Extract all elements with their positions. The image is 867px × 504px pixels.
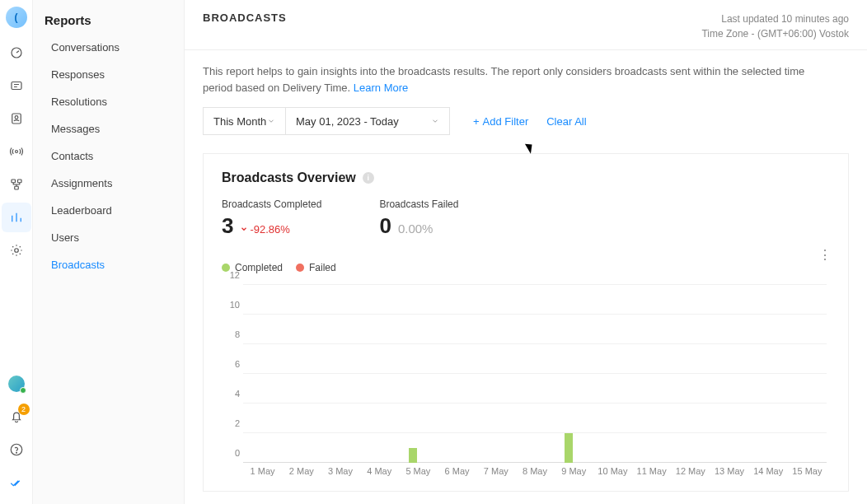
inbox-icon[interactable] — [2, 71, 31, 100]
last-updated: Last updated 10 minutes ago — [701, 12, 849, 26]
sidebar-item-broadcasts[interactable]: Broadcasts — [33, 251, 184, 278]
sidebar-item-contacts[interactable]: Contacts — [33, 142, 184, 170]
chevron-down-icon — [240, 225, 248, 233]
y-tick: 2 — [225, 418, 240, 428]
info-icon[interactable]: i — [363, 172, 374, 184]
kpi-completed-value: 3 — [222, 213, 233, 239]
kpi-completed: Broadcasts Completed 3 -92.86% — [222, 198, 321, 239]
timezone: Time Zone - (GMT+06:00) Vostok — [701, 26, 849, 41]
clear-all-button[interactable]: Clear All — [546, 115, 586, 128]
date-range-select[interactable]: May 01, 2023 - Today — [285, 107, 450, 135]
topbar: BROADCASTS Last updated 10 minutes ago T… — [185, 0, 867, 50]
sidebar-item-messages[interactable]: Messages — [33, 115, 184, 142]
svg-point-3 — [15, 116, 18, 119]
kpi-failed: Broadcasts Failed 0 0.00% — [379, 198, 458, 239]
card-title: Broadcasts Overview — [222, 170, 356, 185]
contacts-icon[interactable] — [2, 104, 31, 133]
reports-sidebar: Reports ConversationsResponsesResolution… — [33, 0, 185, 504]
dashboard-icon[interactable] — [2, 38, 31, 68]
reports-icon[interactable] — [2, 203, 31, 232]
x-tick: 14 May — [753, 466, 783, 476]
broadcast-icon[interactable] — [2, 137, 31, 166]
sidebar-item-resolutions[interactable]: Resolutions — [33, 88, 184, 115]
sidebar-item-assignments[interactable]: Assignments — [33, 170, 184, 197]
x-tick: 10 May — [598, 466, 627, 476]
chevron-down-icon — [431, 117, 439, 125]
sidebar-item-leaderboard[interactable]: Leaderboard — [33, 197, 184, 224]
plus-icon: + — [473, 115, 480, 128]
kpi-failed-label: Broadcasts Failed — [379, 198, 458, 210]
kpi-completed-delta: -92.86% — [240, 223, 289, 236]
period-select[interactable]: This Month — [203, 107, 285, 135]
svg-rect-5 — [12, 180, 16, 183]
bar-completed — [409, 448, 417, 463]
svg-point-8 — [14, 249, 18, 253]
learn-more-link[interactable]: Learn More — [354, 82, 408, 94]
svg-rect-7 — [14, 186, 18, 189]
x-tick: 12 May — [676, 466, 705, 476]
svg-rect-1 — [12, 82, 21, 90]
x-tick: 11 May — [637, 466, 667, 476]
sidebar-item-conversations[interactable]: Conversations — [33, 34, 184, 61]
sidebar-item-responses[interactable]: Responses — [33, 61, 184, 88]
x-tick: 1 May — [251, 466, 275, 476]
broadcasts-chart: 024681012 1 May2 May3 May4 May5 May6 May… — [222, 282, 830, 479]
y-tick: 6 — [225, 359, 240, 369]
help-icon[interactable] — [2, 435, 31, 464]
user-presence-avatar[interactable] — [2, 369, 31, 399]
x-tick: 13 May — [715, 466, 744, 476]
y-tick: 0 — [225, 448, 240, 458]
y-tick: 8 — [225, 329, 240, 339]
svg-point-4 — [15, 151, 17, 153]
svg-point-10 — [16, 452, 16, 453]
sidebar-item-users[interactable]: Users — [33, 224, 184, 251]
x-tick: 6 May — [445, 466, 470, 476]
x-tick: 2 May — [289, 466, 314, 476]
y-tick: 4 — [225, 389, 240, 399]
kpi-failed-pct: 0.00% — [398, 222, 434, 236]
svg-rect-6 — [17, 180, 21, 183]
x-tick: 3 May — [328, 466, 353, 476]
workspace-avatar[interactable]: ( — [6, 7, 27, 28]
chevron-down-icon — [267, 117, 275, 125]
legend-failed: Failed — [296, 262, 336, 273]
page-title: BROADCASTS — [203, 12, 287, 24]
notifications-icon[interactable] — [2, 402, 31, 432]
kpi-failed-value: 0 — [379, 213, 391, 239]
x-tick: 9 May — [561, 466, 586, 476]
chart-legend: Completed Failed — [222, 262, 830, 273]
x-tick: 4 May — [367, 466, 391, 476]
broadcasts-overview-card: Broadcasts Overview i Broadcasts Complet… — [203, 153, 849, 492]
workflow-icon[interactable] — [2, 170, 31, 199]
nav-rail: ( — [0, 0, 33, 504]
x-tick: 7 May — [484, 466, 508, 476]
settings-icon[interactable] — [2, 236, 31, 265]
main-content: BROADCASTS Last updated 10 minutes ago T… — [185, 0, 867, 504]
bar-completed — [565, 433, 573, 463]
filter-bar: This Month May 01, 2023 - Today + Add Fi… — [203, 107, 849, 135]
sidebar-title: Reports — [33, 13, 184, 34]
add-filter-button[interactable]: + Add Filter — [473, 115, 528, 128]
x-tick: 5 May — [405, 466, 430, 476]
y-tick: 10 — [225, 300, 240, 310]
x-tick: 15 May — [792, 466, 822, 476]
report-description: This report helps to gain insights into … — [203, 63, 837, 96]
y-tick: 12 — [225, 270, 240, 280]
double-check-icon[interactable] — [2, 468, 31, 497]
kpi-completed-label: Broadcasts Completed — [222, 198, 321, 210]
chart-more-menu[interactable]: ⋮ — [818, 253, 832, 258]
x-tick: 8 May — [523, 466, 547, 476]
